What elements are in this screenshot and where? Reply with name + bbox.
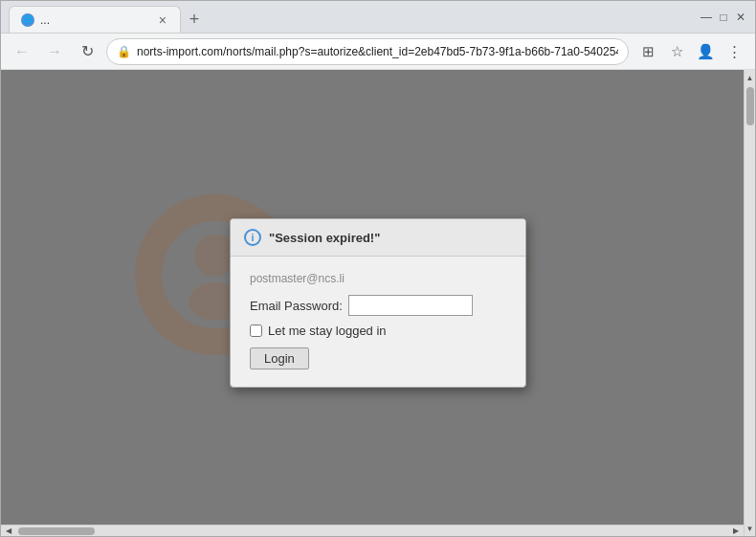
dialog-header: i "Session expired!" (231, 219, 525, 257)
password-row: Email Password: (250, 295, 506, 316)
browser-toolbar: ← → ↻ 🔒 ⊞ ☆ 👤 ⋮ (1, 34, 755, 70)
window-controls: — □ ✕ (700, 11, 747, 24)
page-content: EF i "Session expired!" postmaster@ncs.l… (1, 70, 755, 536)
browser-tab[interactable]: 🌐 ... × (9, 6, 181, 33)
scroll-down-arrow[interactable]: ▼ (745, 521, 756, 536)
vertical-scrollbar[interactable]: ▲ ▼ (744, 70, 755, 536)
security-lock-icon: 🔒 (117, 45, 131, 58)
dialog-title: "Session expired!" (269, 231, 380, 245)
new-tab-button[interactable]: + (181, 6, 208, 33)
reload-button[interactable]: ↻ (74, 38, 100, 65)
password-label: Email Password: (250, 299, 343, 313)
stay-logged-in-checkbox[interactable] (250, 324, 262, 337)
dialog-overlay: i "Session expired!" postmaster@ncs.li E… (1, 70, 755, 536)
menu-button[interactable]: ⋮ (721, 38, 747, 65)
close-window-button[interactable]: ✕ (734, 11, 747, 24)
back-button[interactable]: ← (9, 38, 35, 65)
dialog-body: postmaster@ncs.li Email Password: Let me… (231, 257, 525, 387)
bookmark-button[interactable]: ☆ (663, 38, 690, 65)
stay-logged-in-row: Let me stay logged in (250, 324, 506, 338)
horizontal-scrollbar[interactable]: ◀ ▶ (1, 525, 744, 536)
address-bar[interactable]: 🔒 (106, 38, 629, 65)
scroll-thumb-vertical[interactable] (746, 87, 754, 125)
tab-close-button[interactable]: × (157, 12, 168, 28)
profile-button[interactable]: 👤 (692, 38, 719, 65)
scroll-up-arrow[interactable]: ▲ (745, 70, 756, 85)
minimize-button[interactable]: — (700, 11, 713, 24)
email-display: postmaster@ncs.li (250, 272, 506, 285)
stay-logged-in-label[interactable]: Let me stay logged in (268, 324, 387, 338)
tab-strip: 🌐 ... × + (9, 1, 696, 33)
tab-favicon-icon: 🌐 (21, 13, 34, 27)
tab-title: ... (40, 13, 151, 27)
extensions-button[interactable]: ⊞ (634, 38, 661, 65)
address-input[interactable] (137, 45, 618, 58)
title-bar: 🌐 ... × + — □ ✕ (1, 1, 755, 34)
login-button[interactable]: Login (250, 347, 309, 369)
info-icon: i (244, 229, 261, 246)
toolbar-actions: ⊞ ☆ 👤 ⋮ (634, 38, 747, 65)
forward-button[interactable]: → (41, 38, 68, 65)
maximize-button[interactable]: □ (717, 11, 730, 24)
browser-window: 🌐 ... × + — □ ✕ ← → ↻ 🔒 ⊞ ☆ 👤 ⋮ (0, 0, 756, 537)
session-expired-dialog: i "Session expired!" postmaster@ncs.li E… (230, 218, 526, 388)
scroll-right-arrow[interactable]: ▶ (728, 526, 744, 537)
scroll-left-arrow[interactable]: ◀ (1, 526, 16, 537)
scroll-thumb-horizontal[interactable] (18, 527, 95, 535)
password-input[interactable] (348, 295, 473, 316)
